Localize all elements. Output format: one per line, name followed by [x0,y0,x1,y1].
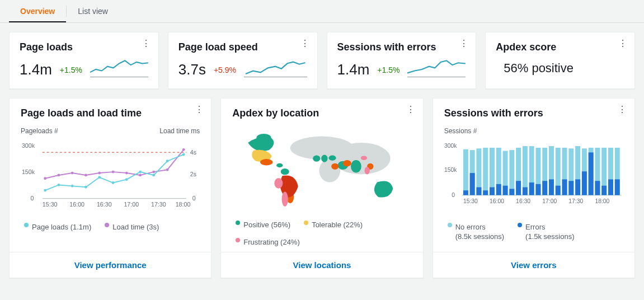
axis-label-left: Pageloads # [21,127,58,135]
svg-text:18:00: 18:00 [595,198,609,204]
kebab-icon[interactable]: ⋮ [618,104,628,114]
svg-point-18 [182,153,185,156]
chart-sessions-errors: 300k 150k 0 15:30 16:00 16:30 17:00 17:3… [444,135,623,213]
card-sessions-errors: ⋮ Sessions with errors Sessions # 300k 1… [433,98,635,278]
card-title: Page loads [20,41,148,53]
tab-listview[interactable]: List view [67,0,119,22]
svg-text:150k: 150k [444,167,457,173]
svg-point-24 [112,171,115,174]
metric-delta: +1.5% [377,65,399,74]
svg-text:2s: 2s [190,171,196,177]
card-page-loads: ⋮ Page loads 1.4m +1.5% [9,32,159,89]
card-title: Sessions with errors [444,107,623,119]
svg-point-25 [125,172,128,175]
svg-text:15:30: 15:30 [463,198,478,204]
svg-rect-63 [469,173,474,195]
legend-errors: Errors [525,223,545,231]
svg-rect-95 [575,179,580,195]
svg-rect-75 [509,189,514,195]
svg-rect-107 [614,179,619,195]
link-view-locations[interactable]: View locations [293,260,351,270]
legend-errors-sub: (1.5k sessions) [525,232,574,241]
svg-rect-66 [483,148,488,195]
metric-value: 56% positive [496,61,574,76]
svg-rect-101 [595,181,600,195]
svg-rect-77 [516,181,521,195]
svg-point-43 [322,155,328,162]
svg-text:16:30: 16:30 [97,201,112,208]
svg-point-26 [139,174,142,177]
svg-rect-89 [555,186,560,195]
svg-rect-73 [502,186,507,195]
metric-value: 1.4m [337,61,370,78]
card-title: Sessions with errors [337,41,466,53]
svg-point-10 [71,185,74,187]
svg-text:0: 0 [452,192,455,198]
sparkline [244,56,307,78]
svg-text:17:30: 17:30 [568,198,583,204]
card-loads-time: ⋮ Page loads and load time Pageloads # L… [9,98,211,278]
svg-text:16:00: 16:00 [490,198,504,204]
svg-rect-61 [463,190,468,195]
panels-row: ⋮ Page loads and load time Pageloads # L… [0,89,644,278]
tab-bar: Overview List view [0,0,644,23]
svg-point-11 [84,186,87,189]
svg-point-44 [329,156,336,161]
svg-point-14 [125,178,128,181]
svg-point-39 [257,134,271,142]
kebab-icon[interactable]: ⋮ [459,38,469,48]
svg-point-23 [98,172,101,175]
link-view-performance[interactable]: View performance [74,260,147,270]
svg-text:17:30: 17:30 [151,201,166,208]
legend-no-errors-sub: (8.5k sessions) [455,232,504,241]
sparkline [90,56,148,78]
svg-text:0: 0 [192,195,196,201]
card-title: Page load speed [178,41,307,53]
svg-rect-99 [588,152,593,195]
kebab-icon[interactable]: ⋮ [142,38,152,48]
svg-text:17:00: 17:00 [124,201,139,208]
svg-point-9 [58,184,60,186]
svg-rect-103 [601,186,607,195]
svg-text:15:30: 15:30 [43,201,58,208]
legend-frustrating: Frustrating (24%) [243,238,299,247]
svg-rect-105 [608,179,613,195]
svg-rect-74 [509,150,514,195]
svg-rect-87 [549,179,554,195]
svg-rect-97 [582,171,587,195]
svg-point-54 [365,167,370,174]
svg-point-13 [112,181,115,184]
metric-value: 1.4m [20,61,52,78]
svg-point-27 [152,171,155,174]
svg-rect-65 [476,187,481,195]
metric-delta: +5.9% [214,65,236,74]
kebab-icon[interactable]: ⋮ [300,38,311,48]
svg-point-47 [260,159,273,165]
svg-text:18:00: 18:00 [176,201,191,208]
legend-no-errors: No errors [455,223,486,231]
svg-point-17 [166,160,169,162]
svg-rect-67 [483,190,488,195]
card-apdex-score: ⋮ Apdex score 56% positive [485,32,635,89]
svg-point-20 [58,174,60,177]
axis-label-right: Load time ms [159,127,200,135]
svg-point-49 [331,163,339,170]
kebab-icon[interactable]: ⋮ [406,104,416,114]
legend: Page loads (1.1m) Load time (3s) [21,223,200,232]
legend-tolerable: Tolerable (22%) [312,221,363,230]
kebab-icon[interactable]: ⋮ [194,104,204,114]
svg-rect-91 [562,179,567,195]
link-view-errors[interactable]: View errors [511,260,556,270]
svg-point-12 [98,176,101,179]
svg-rect-83 [535,184,540,195]
tab-overview[interactable]: Overview [9,0,66,22]
kebab-icon[interactable]: ⋮ [618,38,628,48]
svg-point-41 [281,168,289,175]
svg-point-22 [84,174,87,177]
svg-point-46 [351,160,361,173]
svg-point-52 [275,178,283,189]
svg-point-38 [319,159,341,182]
svg-point-8 [44,189,46,192]
card-title: Apdex score [496,41,624,53]
svg-rect-71 [496,184,501,195]
